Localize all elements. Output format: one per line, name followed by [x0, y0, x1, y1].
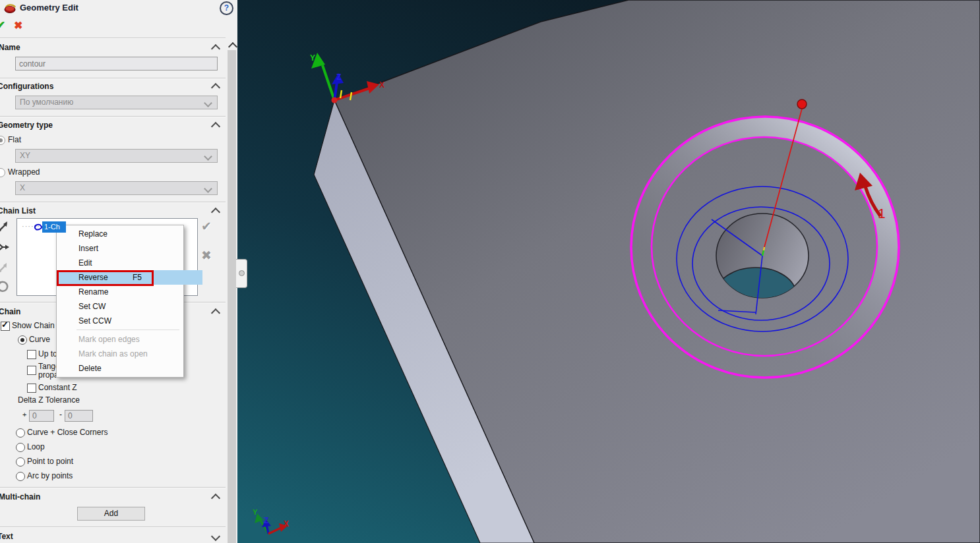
geometry-edit-panel: Geometry Edit ? ✔ ✖ Name Configurations …: [0, 0, 237, 543]
tangent-checkbox[interactable]: [27, 366, 36, 375]
constant-z-label: Constant Z: [38, 383, 77, 392]
wrapped-axis-value: X: [20, 183, 25, 192]
panel-scrollbar[interactable]: [226, 38, 237, 543]
wrapped-axis-dropdown: X: [15, 181, 218, 195]
up-to-checkbox[interactable]: [27, 350, 36, 359]
arc-by-points-label: Arc by points: [27, 471, 73, 480]
origin-z-label: Z: [336, 72, 341, 82]
add-button[interactable]: Add: [77, 507, 145, 521]
menu-item-insert[interactable]: Insert: [57, 241, 202, 256]
reverse-annotation-rectangle: [57, 270, 154, 286]
origin-x-label: X: [379, 80, 384, 90]
undo-icon[interactable]: [0, 279, 10, 297]
geometry-edit-icon: [4, 2, 16, 16]
extend-chain-icon[interactable]: [0, 261, 10, 278]
scene-canvas: 1 Y Z X: [237, 0, 980, 543]
cancel-button[interactable]: ✖: [14, 19, 22, 32]
menu-item-mark-open-edges: Mark open edges: [57, 332, 202, 347]
menu-separator: [77, 329, 179, 330]
collapse-multi-chain-icon[interactable]: [211, 494, 220, 503]
divider: [0, 38, 226, 38]
menu-item-replace[interactable]: Replace: [57, 227, 202, 241]
name-input[interactable]: [15, 57, 218, 71]
panel-title: Geometry Edit: [20, 3, 78, 13]
flat-radio-label: Flat: [8, 135, 21, 144]
collapse-name-icon[interactable]: [211, 44, 220, 53]
point-to-point-radio[interactable]: [16, 457, 25, 467]
section-chain-list-label: Chain List: [0, 206, 36, 215]
pick-chain-icon[interactable]: [0, 220, 10, 237]
configurations-dropdown[interactable]: По умолчанию: [15, 96, 218, 109]
chevron-down-icon: [204, 152, 212, 161]
point-to-point-label: Point to point: [27, 457, 73, 466]
delta-plus-input[interactable]: [29, 410, 54, 422]
flat-plane-value: XY: [20, 151, 30, 160]
start-point-ball[interactable]: [797, 100, 807, 109]
chain-context-menu: Replace Insert Edit Reverse F5 Rename Se…: [56, 225, 184, 378]
divider: [0, 487, 226, 488]
collapse-configurations-icon[interactable]: [211, 83, 220, 92]
flat-plane-dropdown: XY: [15, 149, 218, 163]
viewport-3d[interactable]: 1 Y Z X: [237, 0, 980, 543]
up-to-label: Up to: [38, 349, 57, 358]
section-text-label: Text: [0, 532, 13, 541]
wrapped-radio-label: Wrapped: [8, 167, 40, 177]
flat-radio[interactable]: [0, 136, 5, 145]
show-chain-label: Show Chain C: [12, 321, 63, 330]
loop-label: Loop: [27, 442, 45, 451]
curve-close-corners-radio[interactable]: [16, 428, 25, 438]
menu-item-set-cw[interactable]: Set CW: [57, 299, 202, 314]
curve-radio-label: Curve: [29, 335, 50, 344]
wrapped-radio[interactable]: [0, 168, 5, 177]
plus-label: +: [22, 411, 26, 418]
chevron-down-icon: [204, 99, 212, 107]
direction-number-label: 1: [878, 206, 886, 221]
section-name-label: Name: [0, 43, 20, 52]
panel-collapse-handle[interactable]: [236, 259, 247, 288]
scrollbar-thumb[interactable]: [228, 50, 236, 543]
divider: [0, 527, 226, 527]
section-geometry-type-label: Geometry type: [0, 121, 53, 130]
menu-item-rename[interactable]: Rename: [57, 285, 202, 299]
menu-item-set-ccw[interactable]: Set CCW: [57, 314, 202, 328]
section-configurations-label: Configurations: [0, 82, 53, 91]
chain-tree-item[interactable]: 1-Ch: [42, 221, 66, 233]
constant-z-checkbox[interactable]: [27, 384, 36, 393]
collapse-chain-icon[interactable]: [211, 308, 220, 318]
ok-button[interactable]: ✔: [0, 18, 5, 32]
divider: [0, 116, 226, 117]
accept-chain-icon[interactable]: ✔: [201, 219, 212, 234]
curve-radio[interactable]: [18, 335, 27, 345]
minus-label: -: [59, 410, 62, 419]
arc-by-points-radio[interactable]: [16, 472, 25, 481]
section-multi-chain-label: Multi-chain: [0, 492, 40, 501]
help-icon[interactable]: ?: [220, 1, 233, 15]
divider: [0, 78, 226, 78]
chain-icon: [34, 222, 43, 234]
nav-z-label: Z: [264, 516, 268, 525]
menu-item-edit[interactable]: Edit: [57, 256, 202, 270]
configurations-value: По умолчанию: [20, 98, 73, 107]
grip-dot: [239, 270, 245, 276]
nav-x-label: X: [284, 519, 289, 529]
collapse-geometry-type-icon[interactable]: [211, 122, 220, 131]
nav-y-label: Y: [253, 508, 258, 516]
origin-y-label: Y: [310, 53, 315, 63]
delta-minus-input[interactable]: [65, 410, 93, 422]
curve-close-corners-label: Curve + Close Corners: [27, 428, 107, 437]
chevron-down-icon: [204, 185, 212, 193]
divider: [0, 202, 226, 202]
center-yellow-tick: [764, 247, 764, 250]
expand-text-icon[interactable]: [211, 532, 220, 541]
loop-radio[interactable]: [16, 443, 25, 452]
show-chain-checkbox[interactable]: ✓: [1, 322, 10, 331]
menu-item-mark-chain-as-open: Mark chain as open: [57, 347, 202, 361]
delete-chain-icon[interactable]: ✖: [201, 248, 212, 263]
collapse-chain-list-icon[interactable]: [211, 208, 220, 217]
delta-z-tolerance-label: Delta Z Tolerance: [18, 395, 80, 405]
app-window: Geometry Edit ? ✔ ✖ Name Configurations …: [0, 0, 980, 543]
split-chain-icon[interactable]: [0, 240, 10, 257]
section-chain-label: Chain: [0, 307, 20, 316]
menu-item-delete[interactable]: Delete: [57, 361, 202, 376]
